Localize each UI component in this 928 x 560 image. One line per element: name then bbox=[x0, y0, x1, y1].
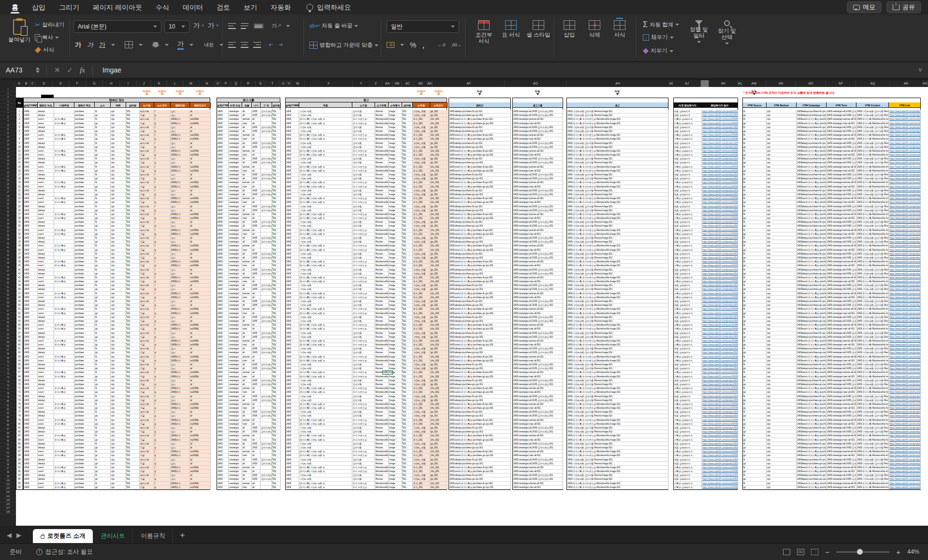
cell[interactable]: all bbox=[242, 142, 252, 145]
cell[interactable]: 그란티 세럼 bbox=[299, 110, 352, 114]
cell[interactable]: 2409.event.추석기획전.purchase.fb.cpc.001 bbox=[449, 276, 511, 280]
cell[interactable]: event bbox=[38, 201, 54, 204]
cell[interactable]: Morebenefits bbox=[375, 450, 389, 454]
cell[interactable]: 001 bbox=[272, 110, 281, 114]
cell[interactable]: 001 bbox=[402, 363, 413, 367]
cell[interactable]: 2409 bbox=[24, 296, 38, 300]
cell[interactable]: 그란티 세럼 bbox=[299, 189, 352, 193]
cell[interactable]: event bbox=[38, 276, 54, 280]
cell[interactable]: 2409.그란티세럼.강아지털.Review.Image.001 bbox=[567, 157, 668, 161]
row-header-20[interactable]: 20 bbox=[0, 163, 16, 167]
cell[interactable]: 2409-추석기획-Morebenefits-Image-001 bbox=[856, 323, 889, 327]
cell[interactable]: cpc bbox=[111, 284, 126, 287]
cell[interactable]: 2409.newtarget.all.2435-강아지관심.001 bbox=[513, 351, 563, 355]
cell[interactable]: 2409추석 bbox=[171, 406, 190, 410]
cell[interactable]: 2409.newtarget.woman.all.001 bbox=[513, 339, 563, 343]
cell[interactable]: Review bbox=[375, 458, 389, 462]
cell[interactable]: cpc bbox=[111, 434, 126, 438]
cell[interactable]: 그란티_개털 bbox=[413, 142, 430, 145]
cell[interactable]: 2409.event.추석기획전.purchase.fb.cpc.001 bbox=[449, 260, 511, 264]
cell[interactable]: 추석_001 bbox=[413, 122, 430, 126]
cell[interactable]: cpc bbox=[111, 189, 126, 193]
cell[interactable]: Morebenefits bbox=[375, 466, 389, 470]
cell[interactable]: Morebenefits bbox=[375, 418, 389, 422]
cell[interactable]: Review bbox=[375, 426, 389, 430]
cell[interactable]: g bbox=[154, 430, 171, 434]
cell[interactable]: 2409.event.추석기획전.purchase.go.cpc.001 bbox=[449, 390, 511, 394]
cell[interactable]: 001 bbox=[272, 193, 281, 197]
cell[interactable]: cpc bbox=[767, 454, 797, 458]
cell[interactable]: newtarget bbox=[229, 232, 242, 236]
cell[interactable]: always bbox=[38, 462, 54, 466]
cell[interactable]: 2409-newtarget-all-2435-강아지관심-001 bbox=[826, 379, 856, 383]
cell[interactable]: 2409event-추석기획전-purchase-go-cpc-001 bbox=[797, 122, 826, 126]
cell[interactable]: https://www.cafe24.com/product/001 bbox=[702, 442, 738, 446]
cell[interactable]: all bbox=[242, 335, 252, 339]
cell[interactable]: newtarget bbox=[229, 248, 242, 252]
cell[interactable]: always bbox=[38, 316, 54, 319]
cell[interactable]: cpc bbox=[767, 327, 797, 331]
cell[interactable] bbox=[261, 181, 272, 185]
cell[interactable]: cpc bbox=[111, 145, 126, 149]
cell[interactable]: 추석기획전 bbox=[54, 201, 74, 204]
row-header-102[interactable]: 102 bbox=[0, 487, 16, 490]
cell[interactable]: 2409.newtarget.all.2435-강아지관심.001 bbox=[513, 410, 563, 414]
cell[interactable]: 001 bbox=[272, 379, 281, 383]
cell[interactable]: 구글 bbox=[140, 169, 154, 173]
cell[interactable]: 구글 bbox=[140, 470, 154, 474]
cell[interactable]: all bbox=[252, 343, 261, 347]
cell[interactable]: 그란티_개털 bbox=[413, 331, 430, 335]
cell[interactable]: fb bbox=[95, 371, 111, 374]
cell[interactable]: go bbox=[743, 193, 767, 197]
cell[interactable]: 2409-그란티세럼-강아지털-Review-Image-001 bbox=[856, 224, 889, 228]
cell[interactable]: cpc bbox=[111, 371, 126, 374]
cell[interactable]: all bbox=[252, 418, 261, 422]
cell[interactable]: newtarget bbox=[229, 442, 242, 446]
cell[interactable]: purchase bbox=[74, 181, 95, 185]
cell[interactable]: 26 bbox=[16, 209, 23, 213]
cell[interactable]: https://www.cafe24.com/product/001?utm_s… bbox=[889, 284, 921, 287]
row-header-13[interactable]: 13 bbox=[0, 135, 16, 139]
cell[interactable]: 기획전 상세페이지 bbox=[674, 470, 702, 474]
cell[interactable]: gs_001 bbox=[430, 363, 448, 367]
row-header-18[interactable]: 18 bbox=[0, 155, 16, 159]
cell[interactable]: f bbox=[154, 110, 171, 114]
cell[interactable]: 001 bbox=[402, 430, 413, 434]
cell[interactable]: 2409always-purchase-fb-cpc-001 bbox=[797, 189, 826, 193]
cell[interactable]: go bbox=[743, 327, 767, 331]
cell[interactable]: 2409event-추석기획전-purchase-go-cpc-001 bbox=[797, 153, 826, 157]
cell[interactable]: 구글 bbox=[140, 145, 154, 149]
cell[interactable]: gs_001 bbox=[430, 272, 448, 276]
cell[interactable]: cpc bbox=[767, 422, 797, 426]
cell[interactable]: 추석기획전 bbox=[54, 390, 74, 394]
cell[interactable]: ev2409c bbox=[190, 292, 211, 296]
column-header-Z[interactable]: Z bbox=[370, 80, 382, 87]
cell[interactable]: purchase bbox=[74, 477, 95, 481]
cell[interactable]: 001 bbox=[272, 142, 281, 145]
cell[interactable]: 상시 bbox=[171, 474, 190, 477]
cell[interactable]: al bbox=[190, 319, 211, 323]
cell[interactable]: 2409.그란티세럼.강아지털.Review.Image.001 bbox=[567, 220, 668, 224]
cell[interactable]: newtarget bbox=[229, 474, 242, 477]
cell[interactable]: 2409-newtarget-all-2435-강아지관심-001 bbox=[826, 331, 856, 335]
cell[interactable]: 그란티_개털 bbox=[413, 383, 430, 387]
cell[interactable]: 2409 bbox=[286, 402, 299, 406]
cell[interactable]: g bbox=[154, 335, 171, 339]
row-header-34[interactable]: 34 bbox=[0, 218, 16, 222]
cell[interactable]: cpc bbox=[111, 137, 126, 141]
cell[interactable]: 001 bbox=[272, 462, 281, 466]
cell[interactable]: go bbox=[95, 272, 111, 276]
cell[interactable]: 2409always-purchase-go-cpc-001 bbox=[797, 430, 826, 434]
cell[interactable]: purchase bbox=[74, 303, 95, 307]
cell[interactable]: chu_001 bbox=[430, 434, 448, 438]
cell[interactable]: 2435 bbox=[252, 316, 261, 319]
cell[interactable]: 2409-그란티세럼-강아지털-Review-Image-001 bbox=[856, 347, 889, 351]
cell[interactable]: 강아지관심 bbox=[261, 319, 272, 323]
cell[interactable]: 상시 bbox=[171, 399, 190, 402]
cell[interactable]: 2409.그란티세럼.강아지털.Review.Image.001 bbox=[567, 474, 668, 477]
cell[interactable]: always bbox=[38, 395, 54, 399]
cell[interactable]: event bbox=[38, 197, 54, 201]
cell[interactable]: f bbox=[154, 434, 171, 438]
cell[interactable]: 2409.추석기획.추석프로모션.Morebenefits.Image.001 bbox=[567, 165, 668, 169]
cell[interactable]: https://www.cafe24.com/event/2409chuseok… bbox=[889, 323, 921, 327]
